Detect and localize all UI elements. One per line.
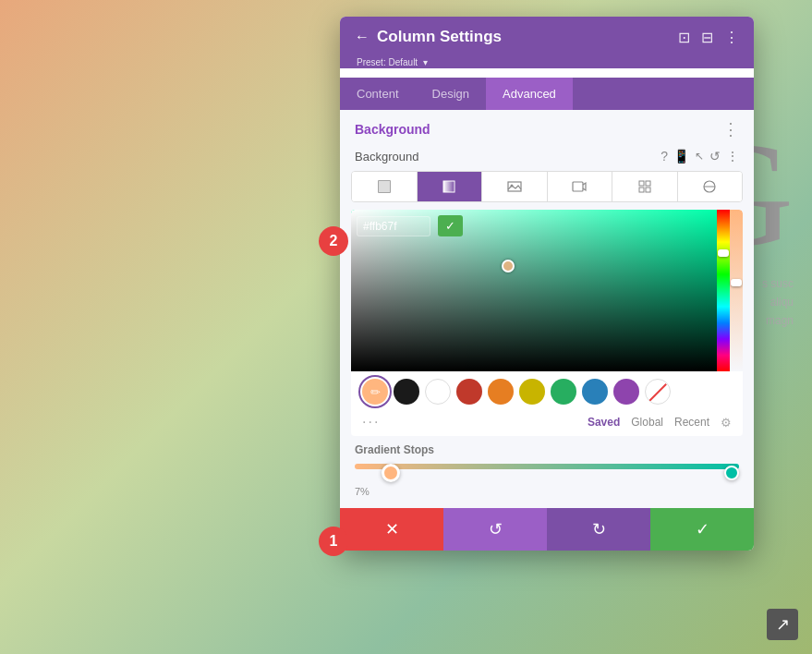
panel-header: ← Column Settings ⊡ ⊟ ⋮ Preset: Default … — [340, 17, 754, 68]
preset-label: Preset: Default — [357, 57, 418, 67]
swatch-red[interactable] — [456, 379, 482, 405]
gradient-slider-row[interactable] — [355, 464, 739, 482]
hue-thumb[interactable] — [718, 249, 729, 257]
swatch-tab-saved[interactable]: Saved — [588, 416, 620, 429]
swatch-white[interactable] — [425, 379, 451, 405]
confirm-button[interactable]: ✓ — [650, 508, 754, 551]
svg-rect-9 — [646, 188, 650, 192]
badge-1: 1 — [319, 527, 348, 556]
svg-rect-8 — [639, 188, 644, 192]
svg-rect-5 — [573, 182, 583, 191]
hue-strip[interactable] — [717, 210, 730, 371]
section-title: Background — [355, 122, 430, 137]
background-row: Background ? 📱 ↖ ↺ ⋮ — [340, 145, 754, 171]
fullscreen-icon[interactable]: ⊡ — [678, 29, 690, 46]
swatch-tab-global[interactable]: Global — [631, 416, 663, 429]
gradient-slider-track — [355, 464, 739, 469]
section-header: Background ⋮ — [340, 110, 754, 145]
gradient-stop-2[interactable] — [724, 466, 739, 480]
swatch-custom[interactable]: ✏ — [362, 379, 388, 405]
section-menu-icon[interactable]: ⋮ — [722, 119, 739, 139]
swatch-tab-recent[interactable]: Recent — [674, 416, 709, 429]
svg-rect-1 — [379, 181, 390, 192]
badge-2: 2 — [319, 226, 348, 256]
preset-dropdown[interactable]: Preset: Default ▾ — [355, 55, 739, 68]
cursor-icon[interactable]: ↖ — [695, 150, 704, 163]
swatch-black[interactable] — [394, 379, 419, 405]
bg-type-mask[interactable] — [678, 172, 743, 201]
gradient-stop-percent: 7% — [355, 486, 739, 497]
bg-label: Background — [355, 150, 418, 164]
panel-body: Background ⋮ Background ? 📱 ↖ ↺ ⋮ — [340, 110, 754, 508]
bg-type-image[interactable] — [482, 172, 548, 201]
reset-icon[interactable]: ↺ — [709, 149, 721, 164]
color-picker-container: ✓ ✏ — [351, 210, 743, 436]
side-text-3: magn — [766, 314, 794, 327]
hex-confirm-button[interactable]: ✓ — [438, 215, 463, 236]
cancel-button[interactable]: ✕ — [340, 508, 443, 551]
more-bg-icon[interactable]: ⋮ — [726, 149, 739, 164]
column-settings-panel: ← Column Settings ⊡ ⊟ ⋮ Preset: Default … — [340, 17, 754, 551]
swatch-purple[interactable] — [613, 379, 639, 405]
swatch-settings-icon[interactable]: ⚙ — [721, 416, 732, 430]
swatch-none[interactable] — [645, 379, 671, 405]
hex-input[interactable] — [357, 216, 430, 236]
help-icon[interactable]: ? — [661, 149, 668, 164]
tab-design[interactable]: Design — [416, 78, 486, 110]
gradient-stop-1[interactable] — [382, 464, 400, 482]
bg-type-row — [351, 171, 743, 202]
alpha-thumb[interactable] — [731, 279, 742, 286]
gradient-stops-section: Gradient Stops 7% — [340, 436, 754, 508]
svg-rect-6 — [639, 181, 644, 186]
side-text-1: s susc — [762, 277, 794, 290]
bg-icons: ? 📱 ↖ ↺ ⋮ — [661, 149, 739, 164]
mobile-icon[interactable]: 📱 — [673, 149, 689, 164]
redo-button[interactable]: ↻ — [547, 508, 650, 551]
swatch-yellow[interactable] — [519, 379, 545, 405]
tab-content[interactable]: Content — [340, 78, 416, 110]
swatch-tabs-row: ··· Saved Global Recent ⚙ — [351, 412, 743, 436]
panel-tabs: Content Design Advanced — [340, 78, 754, 110]
back-icon[interactable]: ← — [355, 29, 370, 45]
svg-rect-7 — [646, 181, 650, 186]
bg-type-video[interactable] — [548, 172, 613, 201]
color-saturation-area[interactable]: ✓ — [351, 210, 743, 371]
swatch-orange[interactable] — [488, 379, 514, 405]
columns-icon[interactable]: ⊟ — [701, 29, 713, 46]
panel-header-top: ← Column Settings ⊡ ⊟ ⋮ — [355, 28, 739, 46]
hex-input-row: ✓ — [357, 215, 463, 236]
bg-type-gradient[interactable] — [418, 172, 483, 201]
swatches-row: ✏ — [351, 371, 743, 412]
swatch-green[interactable] — [551, 379, 576, 405]
alpha-strip[interactable] — [730, 210, 743, 371]
swatch-blue[interactable] — [582, 379, 608, 405]
svg-rect-2 — [443, 181, 454, 192]
dots-icon[interactable]: ··· — [362, 414, 380, 430]
gradient-stops-title: Gradient Stops — [355, 443, 739, 456]
more-icon[interactable]: ⋮ — [724, 29, 739, 46]
bg-type-flat[interactable] — [352, 172, 418, 201]
panel-title: Column Settings — [377, 28, 502, 46]
panel-footer: ✕ ↺ ↻ ✓ — [340, 508, 754, 551]
side-text-2: aliqu — [770, 296, 794, 309]
arrow-button[interactable]: ↗ — [767, 609, 798, 640]
panel-header-icons: ⊡ ⊟ ⋮ — [678, 29, 739, 46]
tab-advanced[interactable]: Advanced — [486, 78, 573, 110]
bg-type-pattern[interactable] — [612, 172, 678, 201]
undo-button[interactable]: ↺ — [443, 508, 547, 551]
panel-title-row: ← Column Settings — [355, 28, 502, 46]
preset-arrow: ▾ — [423, 57, 428, 67]
